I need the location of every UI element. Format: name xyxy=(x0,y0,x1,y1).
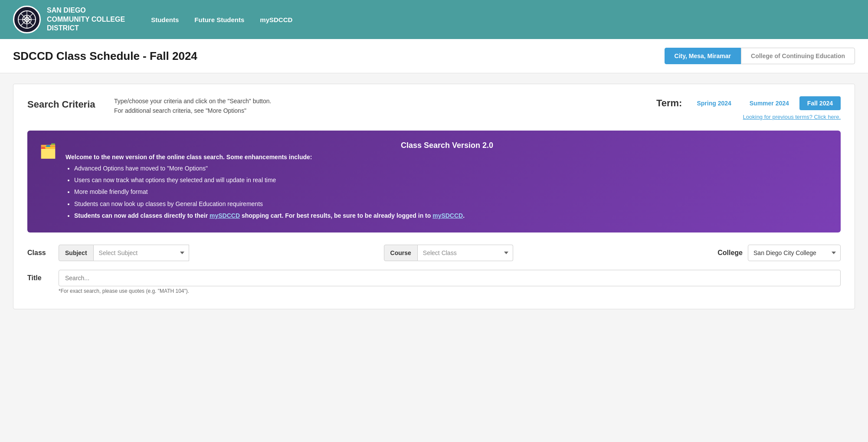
title-label: Title xyxy=(27,270,53,282)
search-card: Search Criteria Type/choose your criteri… xyxy=(13,84,855,309)
site-title: SAN DIEGO COMMUNITY COLLEGE DISTRICT xyxy=(47,6,125,33)
title-input-wrap: *For exact search, please use quotes (e.… xyxy=(59,270,841,294)
info-list: Advanced Options have moved to "More Opt… xyxy=(66,163,829,221)
title-row: Title *For exact search, please use quot… xyxy=(27,270,841,294)
class-label: Class xyxy=(27,249,53,257)
info-content: Class Search Version 2.0 Welcome to the … xyxy=(66,141,829,222)
main-content: Search Criteria Type/choose your criteri… xyxy=(0,73,868,320)
criteria-label: Search Criteria xyxy=(27,96,97,110)
info-intro: Welcome to the new version of the online… xyxy=(66,154,829,160)
college-label: College xyxy=(717,249,743,257)
site-header: SAN DIEGO COMMUNITY COLLEGE DISTRICT Stu… xyxy=(0,0,868,39)
info-bullet-5: Students can now add classes directly to… xyxy=(74,210,829,221)
sub-header: SDCCD Class Schedule - Fall 2024 City, M… xyxy=(0,39,868,73)
info-bullet-2: Users can now track what options they se… xyxy=(74,175,829,186)
logo-svg xyxy=(17,10,36,29)
criteria-row: Search Criteria Type/choose your criteri… xyxy=(27,96,841,120)
course-select[interactable]: Select Class xyxy=(418,245,513,261)
term-section: Term: Spring 2024 Summer 2024 Fall 2024 … xyxy=(656,96,841,120)
term-label: Term: xyxy=(656,98,682,109)
prev-terms-link[interactable]: Looking for previous terms? Click here. xyxy=(743,114,841,120)
page-title: SDCCD Class Schedule - Fall 2024 xyxy=(13,49,197,63)
college-tabs: City, Mesa, Miramar College of Continuin… xyxy=(665,48,855,64)
term-summer-2024[interactable]: Summer 2024 xyxy=(742,96,797,110)
college-group: College San Diego City College San Diego… xyxy=(717,245,841,261)
main-nav: Students Future Students mySDCCD xyxy=(151,16,292,23)
tab-continuing-education[interactable]: College of Continuing Education xyxy=(741,48,855,64)
course-field-group: Course Select Class xyxy=(384,245,704,261)
info-mysdccd-link-2[interactable]: mySDCCD xyxy=(432,212,463,219)
info-box: 🗂️ Class Search Version 2.0 Welcome to t… xyxy=(27,131,841,232)
logo-area: SAN DIEGO COMMUNITY COLLEGE DISTRICT xyxy=(13,6,125,33)
title-hint: *For exact search, please use quotes (e.… xyxy=(59,288,841,294)
subject-label: Subject xyxy=(59,245,94,261)
nav-future-students[interactable]: Future Students xyxy=(194,16,244,23)
criteria-description: Type/choose your criteria and click on t… xyxy=(114,96,639,116)
nav-mysdccd[interactable]: mySDCCD xyxy=(260,16,292,23)
info-icon: 🗂️ xyxy=(39,143,57,159)
info-bullet-1: Advanced Options have moved to "More Opt… xyxy=(74,163,829,174)
term-row: Term: Spring 2024 Summer 2024 Fall 2024 xyxy=(656,96,841,110)
term-spring-2024[interactable]: Spring 2024 xyxy=(689,96,739,110)
logo-circle xyxy=(13,6,41,33)
info-bullet-3: More mobile friendly format xyxy=(74,187,829,197)
info-title: Class Search Version 2.0 xyxy=(66,141,829,150)
title-search-input[interactable] xyxy=(59,270,841,286)
college-select[interactable]: San Diego City College San Diego Mesa Co… xyxy=(748,245,841,261)
term-fall-2024[interactable]: Fall 2024 xyxy=(799,96,841,110)
subject-field-group: Subject Select Subject xyxy=(59,245,379,261)
tab-city-mesa-miramar[interactable]: City, Mesa, Miramar xyxy=(665,48,741,64)
class-form-row: Class Subject Select Subject Course Sele… xyxy=(27,245,841,261)
course-label: Course xyxy=(384,245,418,261)
info-bullet-4: Students can now look up classes by Gene… xyxy=(74,199,829,210)
subject-select[interactable]: Select Subject xyxy=(94,245,189,261)
info-mysdccd-link-1[interactable]: mySDCCD xyxy=(210,212,240,219)
nav-students[interactable]: Students xyxy=(151,16,179,23)
